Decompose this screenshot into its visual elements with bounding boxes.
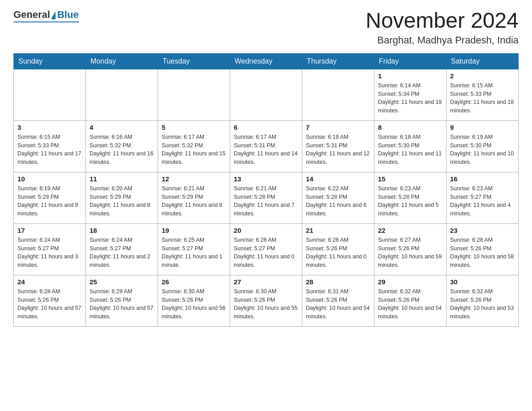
day-number: 2 <box>450 72 515 80</box>
calendar-cell: 23Sunrise: 6:28 AM Sunset: 5:26 PM Dayli… <box>446 223 519 275</box>
day-info: Sunrise: 6:30 AM Sunset: 5:26 PM Dayligh… <box>234 287 298 321</box>
day-number: 29 <box>378 278 442 286</box>
day-number: 12 <box>162 175 226 183</box>
day-number: 15 <box>378 175 442 183</box>
calendar-week-row: 1Sunrise: 6:14 AM Sunset: 5:34 PM Daylig… <box>14 69 519 120</box>
calendar-day-header: Saturday <box>446 53 519 69</box>
day-info: Sunrise: 6:15 AM Sunset: 5:33 PM Dayligh… <box>450 81 515 115</box>
calendar-week-row: 24Sunrise: 6:28 AM Sunset: 5:26 PM Dayli… <box>14 275 519 326</box>
day-info: Sunrise: 6:14 AM Sunset: 5:34 PM Dayligh… <box>378 81 442 115</box>
calendar-day-header: Sunday <box>14 53 86 69</box>
day-number: 23 <box>450 227 515 234</box>
day-number: 3 <box>17 124 82 131</box>
calendar-cell: 11Sunrise: 6:20 AM Sunset: 5:29 PM Dayli… <box>86 172 158 223</box>
calendar-cell: 7Sunrise: 6:18 AM Sunset: 5:31 PM Daylig… <box>302 120 374 172</box>
calendar-week-row: 17Sunrise: 6:24 AM Sunset: 5:27 PM Dayli… <box>14 223 519 275</box>
day-info: Sunrise: 6:26 AM Sunset: 5:27 PM Dayligh… <box>234 236 298 270</box>
calendar-cell: 1Sunrise: 6:14 AM Sunset: 5:34 PM Daylig… <box>374 69 446 120</box>
day-number: 20 <box>234 227 298 234</box>
day-info: Sunrise: 6:22 AM Sunset: 5:28 PM Dayligh… <box>306 184 370 218</box>
location-title: Barghat, Madhya Pradesh, India <box>365 34 519 46</box>
calendar-cell: 13Sunrise: 6:21 AM Sunset: 5:28 PM Dayli… <box>230 172 302 223</box>
day-info: Sunrise: 6:26 AM Sunset: 5:26 PM Dayligh… <box>306 236 370 270</box>
calendar-cell: 2Sunrise: 6:15 AM Sunset: 5:33 PM Daylig… <box>446 69 519 120</box>
calendar-day-header: Wednesday <box>230 53 302 69</box>
calendar-cell <box>14 69 86 120</box>
calendar-table: SundayMondayTuesdayWednesdayThursdayFrid… <box>13 53 519 327</box>
logo-general: General <box>13 9 50 21</box>
day-number: 30 <box>450 278 515 286</box>
calendar-cell: 15Sunrise: 6:23 AM Sunset: 5:28 PM Dayli… <box>374 172 446 223</box>
day-number: 17 <box>17 227 82 234</box>
day-info: Sunrise: 6:23 AM Sunset: 5:27 PM Dayligh… <box>450 184 515 218</box>
calendar-week-row: 3Sunrise: 6:15 AM Sunset: 5:33 PM Daylig… <box>14 120 519 172</box>
day-info: Sunrise: 6:19 AM Sunset: 5:30 PM Dayligh… <box>450 133 515 167</box>
day-number: 8 <box>378 124 442 131</box>
day-info: Sunrise: 6:19 AM Sunset: 5:29 PM Dayligh… <box>17 184 82 218</box>
logo-underline <box>13 21 79 22</box>
day-info: Sunrise: 6:30 AM Sunset: 5:26 PM Dayligh… <box>162 287 226 321</box>
day-info: Sunrise: 6:27 AM Sunset: 5:26 PM Dayligh… <box>378 236 442 270</box>
calendar-week-row: 10Sunrise: 6:19 AM Sunset: 5:29 PM Dayli… <box>14 172 519 223</box>
day-number: 11 <box>90 175 154 183</box>
calendar-cell: 10Sunrise: 6:19 AM Sunset: 5:29 PM Dayli… <box>14 172 86 223</box>
day-info: Sunrise: 6:23 AM Sunset: 5:28 PM Dayligh… <box>378 184 442 218</box>
day-number: 14 <box>306 175 370 183</box>
calendar-cell: 14Sunrise: 6:22 AM Sunset: 5:28 PM Dayli… <box>302 172 374 223</box>
calendar-cell: 9Sunrise: 6:19 AM Sunset: 5:30 PM Daylig… <box>446 120 519 172</box>
day-number: 21 <box>306 227 370 234</box>
calendar-header: SundayMondayTuesdayWednesdayThursdayFrid… <box>14 53 519 69</box>
day-number: 19 <box>162 227 226 234</box>
day-number: 4 <box>90 124 154 131</box>
calendar-cell: 12Sunrise: 6:21 AM Sunset: 5:29 PM Dayli… <box>158 172 230 223</box>
calendar-cell: 24Sunrise: 6:28 AM Sunset: 5:26 PM Dayli… <box>14 275 86 326</box>
day-number: 25 <box>90 278 154 286</box>
day-info: Sunrise: 6:17 AM Sunset: 5:32 PM Dayligh… <box>162 133 226 167</box>
day-number: 5 <box>162 124 226 131</box>
calendar-cell: 6Sunrise: 6:17 AM Sunset: 5:31 PM Daylig… <box>230 120 302 172</box>
day-info: Sunrise: 6:24 AM Sunset: 5:27 PM Dayligh… <box>17 236 82 270</box>
day-info: Sunrise: 6:16 AM Sunset: 5:32 PM Dayligh… <box>90 133 154 167</box>
calendar-cell: 25Sunrise: 6:29 AM Sunset: 5:26 PM Dayli… <box>86 275 158 326</box>
calendar-cell: 4Sunrise: 6:16 AM Sunset: 5:32 PM Daylig… <box>86 120 158 172</box>
logo: General Blue <box>13 9 79 22</box>
calendar-cell: 3Sunrise: 6:15 AM Sunset: 5:33 PM Daylig… <box>14 120 86 172</box>
day-info: Sunrise: 6:29 AM Sunset: 5:26 PM Dayligh… <box>90 287 154 321</box>
day-number: 6 <box>234 124 298 131</box>
month-title: November 2024 <box>365 9 519 33</box>
day-number: 10 <box>17 175 82 183</box>
day-number: 22 <box>378 227 442 234</box>
calendar-cell: 26Sunrise: 6:30 AM Sunset: 5:26 PM Dayli… <box>158 275 230 326</box>
day-number: 7 <box>306 124 370 131</box>
day-info: Sunrise: 6:17 AM Sunset: 5:31 PM Dayligh… <box>234 133 298 167</box>
calendar-cell: 18Sunrise: 6:24 AM Sunset: 5:27 PM Dayli… <box>86 223 158 275</box>
calendar-cell: 29Sunrise: 6:32 AM Sunset: 5:26 PM Dayli… <box>374 275 446 326</box>
day-number: 1 <box>378 72 442 80</box>
day-info: Sunrise: 6:18 AM Sunset: 5:31 PM Dayligh… <box>306 133 370 167</box>
day-number: 24 <box>17 278 82 286</box>
calendar-cell: 22Sunrise: 6:27 AM Sunset: 5:26 PM Dayli… <box>374 223 446 275</box>
day-number: 9 <box>450 124 515 131</box>
day-number: 28 <box>306 278 370 286</box>
calendar-cell: 28Sunrise: 6:31 AM Sunset: 5:26 PM Dayli… <box>302 275 374 326</box>
day-info: Sunrise: 6:21 AM Sunset: 5:29 PM Dayligh… <box>162 184 226 218</box>
day-info: Sunrise: 6:31 AM Sunset: 5:26 PM Dayligh… <box>306 287 370 321</box>
day-number: 16 <box>450 175 515 183</box>
day-info: Sunrise: 6:25 AM Sunset: 5:27 PM Dayligh… <box>162 236 226 270</box>
calendar-body: 1Sunrise: 6:14 AM Sunset: 5:34 PM Daylig… <box>14 69 519 326</box>
day-number: 18 <box>90 227 154 234</box>
calendar-cell: 19Sunrise: 6:25 AM Sunset: 5:27 PM Dayli… <box>158 223 230 275</box>
logo-triangle-icon <box>51 11 56 19</box>
day-info: Sunrise: 6:32 AM Sunset: 5:26 PM Dayligh… <box>450 287 515 321</box>
page-header: General Blue November 2024 Barghat, Madh… <box>13 9 519 46</box>
calendar-cell <box>302 69 374 120</box>
day-info: Sunrise: 6:24 AM Sunset: 5:27 PM Dayligh… <box>90 236 154 270</box>
day-number: 27 <box>234 278 298 286</box>
day-info: Sunrise: 6:28 AM Sunset: 5:26 PM Dayligh… <box>17 287 82 321</box>
calendar-day-header: Monday <box>86 53 158 69</box>
calendar-cell: 17Sunrise: 6:24 AM Sunset: 5:27 PM Dayli… <box>14 223 86 275</box>
calendar-cell: 30Sunrise: 6:32 AM Sunset: 5:26 PM Dayli… <box>446 275 519 326</box>
day-info: Sunrise: 6:32 AM Sunset: 5:26 PM Dayligh… <box>378 287 442 321</box>
calendar-cell: 27Sunrise: 6:30 AM Sunset: 5:26 PM Dayli… <box>230 275 302 326</box>
calendar-day-header: Tuesday <box>158 53 230 69</box>
